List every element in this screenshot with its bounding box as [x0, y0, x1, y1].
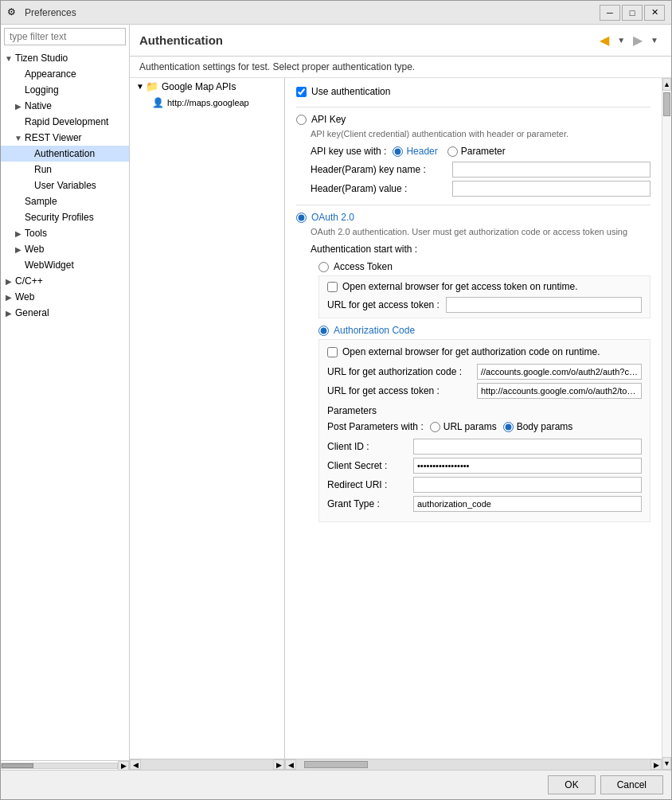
- sidebar-item-webwidget[interactable]: WebWidget: [1, 257, 129, 273]
- header-radio[interactable]: [393, 146, 403, 157]
- sidebar-item-sample[interactable]: Sample: [1, 193, 129, 209]
- sidebar-item-appearance[interactable]: Appearance: [1, 66, 129, 82]
- sidebar-item-logging[interactable]: Logging: [1, 82, 129, 98]
- api-tree-panel: ▼ 📁 Google Map APIs 👤 http://maps.google…: [130, 78, 285, 770]
- client-id-input[interactable]: [413, 439, 642, 455]
- grant-type-input[interactable]: [413, 496, 642, 512]
- auth-code-row: Authorization Code: [318, 325, 651, 336]
- sidebar-label-general: General: [14, 306, 51, 319]
- tree-toggle-native[interactable]: ▶: [14, 101, 23, 111]
- ok-button[interactable]: OK: [548, 775, 595, 794]
- google-map-apis-label: Google Map APIs: [162, 81, 236, 92]
- body-params-option[interactable]: Body params: [503, 421, 573, 432]
- header-value-input[interactable]: [452, 181, 651, 197]
- api-key-label[interactable]: API Key: [311, 114, 346, 125]
- sidebar-label-tools: Tools: [23, 227, 49, 240]
- bottom-hscroll-track[interactable]: [296, 759, 651, 770]
- toolbar-dropdown2[interactable]: ▼: [647, 34, 662, 46]
- api-key-use-label: API key use with :: [311, 146, 386, 157]
- oauth2-label[interactable]: OAuth 2.0: [311, 212, 354, 223]
- sidebar-item-authentication[interactable]: Authentication: [1, 146, 129, 162]
- api-key-radio[interactable]: [296, 115, 307, 125]
- url-params-radio[interactable]: [430, 422, 440, 432]
- auth-code-url-label: URL for get authorization code :: [327, 366, 471, 377]
- header-option[interactable]: Header: [393, 146, 437, 157]
- maximize-button[interactable]: □: [622, 5, 643, 21]
- auth-code-url-input[interactable]: [477, 364, 642, 380]
- sidebar-item-tizen-studio[interactable]: ▼ Tizen Studio: [1, 50, 129, 66]
- sidebar-item-web-root[interactable]: ▶ Web: [1, 289, 129, 305]
- vscroll-track[interactable]: [662, 91, 671, 757]
- tree-toggle-tools[interactable]: ▶: [14, 228, 23, 238]
- close-button[interactable]: ✕: [644, 5, 665, 21]
- access-token-browser-checkbox[interactable]: [327, 282, 338, 292]
- toolbar-dropdown1[interactable]: ▼: [614, 34, 628, 46]
- sidebar-scroll-track[interactable]: [1, 763, 118, 769]
- hscroll-left[interactable]: ◀: [130, 759, 141, 770]
- auth-code-browser-checkbox[interactable]: [327, 347, 338, 357]
- window-controls: ─ □ ✕: [600, 5, 665, 21]
- sidebar-item-rest-viewer[interactable]: ▼ REST Viewer: [1, 130, 129, 146]
- tree-toggle-rest-viewer[interactable]: ▼: [14, 133, 23, 142]
- access-token-radio[interactable]: [318, 262, 329, 272]
- auth-code-label[interactable]: Authorization Code: [334, 325, 415, 336]
- use-auth-checkbox[interactable]: [296, 87, 307, 97]
- bottom-hscroll-thumb[interactable]: [304, 761, 368, 768]
- auth-code-browser-label[interactable]: Open external browser for get authorizat…: [342, 346, 600, 357]
- tree-toggle-web[interactable]: ▶: [14, 244, 23, 254]
- cancel-button[interactable]: Cancel: [600, 775, 663, 794]
- sidebar-scroll-thumb[interactable]: [2, 763, 33, 768]
- auth-code-browser-row: Open external browser for get authorizat…: [327, 346, 642, 357]
- minimize-button[interactable]: ─: [600, 5, 620, 21]
- body-params-radio[interactable]: [503, 422, 514, 432]
- hscroll-track[interactable]: [141, 759, 273, 770]
- access-token-label[interactable]: Access Token: [334, 261, 393, 272]
- sidebar-label-native: Native: [23, 100, 53, 112]
- sidebar-item-user-variables[interactable]: User Variables: [1, 178, 129, 193]
- tree-toggle-cpp[interactable]: ▶: [4, 276, 14, 286]
- panel-body: ▼ 📁 Google Map APIs 👤 http://maps.google…: [130, 78, 671, 770]
- sidebar-item-cpp[interactable]: ▶ C/C++: [1, 273, 129, 289]
- auth-code-radio[interactable]: [318, 326, 329, 336]
- parameter-radio[interactable]: [447, 146, 458, 157]
- url-params-option[interactable]: URL params: [430, 421, 497, 432]
- use-auth-label[interactable]: Use authentication: [311, 86, 390, 97]
- hscroll-right[interactable]: ▶: [273, 759, 284, 770]
- header-key-name-row: Header(Param) key name :: [311, 162, 651, 178]
- tree-toggle-tizen-studio[interactable]: ▼: [4, 53, 14, 63]
- access-token-url-input[interactable]: [446, 297, 642, 313]
- toolbar-back-button[interactable]: ◀: [596, 31, 612, 49]
- oauth2-radio[interactable]: [296, 213, 307, 223]
- redirect-uri-input[interactable]: [413, 477, 642, 493]
- vscroll-down[interactable]: ▼: [662, 757, 671, 770]
- tree-toggle-general[interactable]: ▶: [4, 308, 14, 318]
- sidebar-item-security-profiles[interactable]: Security Profiles: [1, 209, 129, 225]
- vscroll-thumb[interactable]: [663, 92, 670, 116]
- sidebar-item-native[interactable]: ▶ Native: [1, 98, 129, 114]
- sidebar-scroll-right[interactable]: ▶: [118, 761, 129, 771]
- sidebar-item-run[interactable]: Run: [1, 162, 129, 178]
- bottom-hscroll-left[interactable]: ◀: [285, 759, 296, 770]
- sidebar-label-rest-viewer: REST Viewer: [23, 131, 84, 144]
- access-token-browser-label[interactable]: Open external browser for get access tok…: [342, 281, 577, 292]
- sidebar-item-tools[interactable]: ▶ Tools: [1, 225, 129, 241]
- header-value-row: Header(Param) value :: [311, 181, 651, 197]
- sidebar-item-web[interactable]: ▶ Web: [1, 241, 129, 257]
- folder-toggle[interactable]: ▼: [136, 82, 146, 91]
- toolbar-forward-button[interactable]: ▶: [630, 31, 646, 49]
- client-secret-input[interactable]: [413, 458, 642, 474]
- access-token-url2-row: URL for get access token :: [327, 383, 642, 399]
- sidebar-item-rapid-dev[interactable]: Rapid Development: [1, 114, 129, 130]
- google-maps-url-item[interactable]: 👤 http://maps.googleap: [130, 95, 284, 111]
- vscroll-up[interactable]: ▲: [662, 78, 671, 91]
- api-key-use-row: API key use with : Header Parameter: [311, 146, 651, 157]
- access-token-url2-input[interactable]: [477, 383, 642, 399]
- tree-toggle-web-root[interactable]: ▶: [4, 292, 14, 302]
- sidebar-item-general[interactable]: ▶ General: [1, 305, 129, 321]
- parameter-option[interactable]: Parameter: [447, 146, 506, 157]
- bottom-bar: OK Cancel: [1, 770, 671, 799]
- bottom-hscroll-right[interactable]: ▶: [651, 759, 662, 770]
- header-key-name-input[interactable]: [452, 162, 651, 178]
- google-map-apis-item[interactable]: ▼ 📁 Google Map APIs: [130, 78, 284, 95]
- filter-input[interactable]: [4, 28, 126, 45]
